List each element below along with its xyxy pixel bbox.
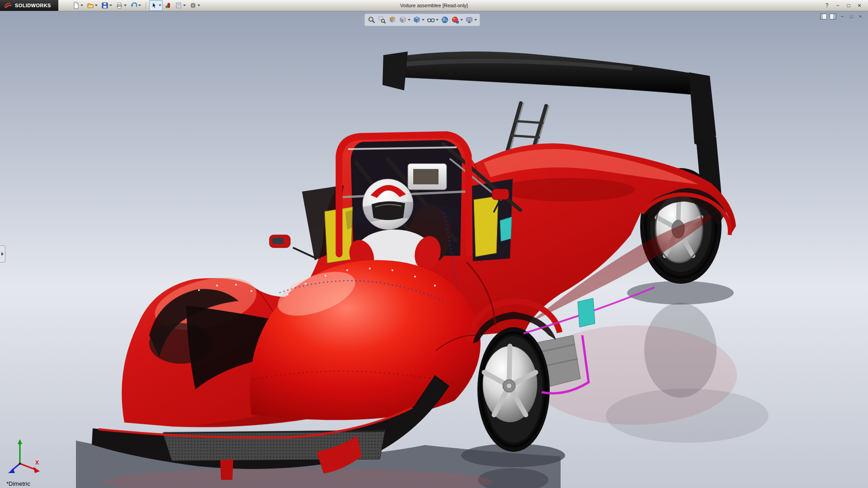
display-style-button[interactable]	[412, 15, 425, 24]
print-button[interactable]	[114, 0, 128, 11]
dropdown-caret[interactable]	[460, 19, 463, 21]
view-orientation-icon	[399, 16, 407, 24]
appearance-swatch-button[interactable]	[164, 0, 173, 11]
edit-appearance-icon	[451, 16, 459, 24]
view-orientation-label: *Dimetric	[6, 480, 30, 487]
toolbar-separator	[146, 2, 146, 9]
view-settings-button[interactable]	[464, 15, 478, 24]
dropdown-caret[interactable]	[124, 5, 127, 6]
featuremanager-collapsed-tab[interactable]	[0, 245, 5, 263]
graphics-area[interactable]: − □ × X *Dimetric	[0, 11, 868, 488]
undo-icon	[130, 2, 137, 9]
hide-show-items-button[interactable]	[426, 15, 439, 24]
print-icon	[116, 2, 123, 9]
doc-restore-button[interactable]: □	[848, 13, 854, 19]
properties-icon	[175, 2, 182, 9]
doc-close-button[interactable]: ×	[857, 13, 863, 19]
section-view-button[interactable]	[387, 15, 397, 24]
zoom-to-area-icon	[378, 16, 386, 24]
dropdown-caret[interactable]	[422, 19, 425, 21]
new-document-icon	[72, 2, 80, 9]
dropdown-caret[interactable]	[183, 5, 186, 6]
dropdown-caret[interactable]	[436, 19, 439, 21]
save-button[interactable]	[100, 0, 113, 11]
hide-show-items-icon	[427, 16, 435, 24]
heads-up-view-toolbar	[364, 14, 480, 26]
dropdown-caret[interactable]	[159, 5, 161, 6]
pane-toggle-right-icon[interactable]	[830, 14, 836, 19]
save-icon	[101, 2, 108, 9]
apply-scene-icon	[441, 16, 449, 24]
dropdown-caret[interactable]	[408, 19, 410, 21]
appearance-swatch-icon	[165, 2, 171, 9]
dropdown-caret[interactable]	[95, 5, 98, 6]
section-view-icon	[388, 16, 396, 24]
zoom-to-area-button[interactable]	[377, 15, 387, 24]
pane-toggle-left-icon[interactable]	[820, 14, 827, 19]
main-toolbar	[71, 0, 202, 11]
view-settings-icon	[465, 16, 473, 24]
help-button[interactable]: ?	[822, 1, 832, 9]
options-button[interactable]	[188, 0, 202, 11]
dropdown-caret[interactable]	[474, 19, 477, 21]
document-window-controls: − □ ×	[820, 13, 863, 19]
expand-arrow-icon	[1, 252, 4, 256]
doc-minimize-button[interactable]: −	[839, 13, 845, 19]
open-button[interactable]	[85, 0, 99, 11]
undo-button[interactable]	[129, 0, 142, 11]
open-icon	[87, 2, 94, 9]
brand-text: SOLIDWORKS	[15, 3, 51, 8]
dropdown-caret[interactable]	[109, 5, 112, 6]
edit-appearance-button[interactable]	[450, 15, 464, 24]
view-orientation-button[interactable]	[398, 15, 411, 24]
select-button[interactable]	[149, 0, 163, 11]
dropdown-caret[interactable]	[80, 5, 83, 6]
dropdown-caret[interactable]	[198, 5, 200, 6]
zoom-to-fit-icon	[368, 16, 376, 24]
options-icon	[189, 2, 197, 9]
maximize-button[interactable]: □	[844, 1, 854, 9]
display-style-icon	[413, 16, 421, 24]
zoom-to-fit-button[interactable]	[367, 15, 377, 24]
solidworks-logo: SOLIDWORKS	[0, 0, 58, 11]
minimize-button[interactable]: −	[833, 1, 843, 9]
select-icon	[151, 2, 158, 9]
properties-button[interactable]	[174, 0, 187, 11]
solidworks-logo-icon	[4, 2, 13, 9]
dropdown-caret[interactable]	[138, 5, 141, 6]
model-3d-view	[0, 11, 868, 488]
window-controls: ? − □ ×	[822, 1, 868, 9]
orientation-triad: X	[5, 437, 43, 476]
triad-x-label: X	[35, 460, 39, 466]
apply-scene-button[interactable]	[440, 15, 450, 24]
close-button[interactable]: ×	[854, 1, 864, 9]
new-document-button[interactable]	[71, 0, 85, 11]
title-bar: SOLIDWORKS	[0, 0, 868, 11]
